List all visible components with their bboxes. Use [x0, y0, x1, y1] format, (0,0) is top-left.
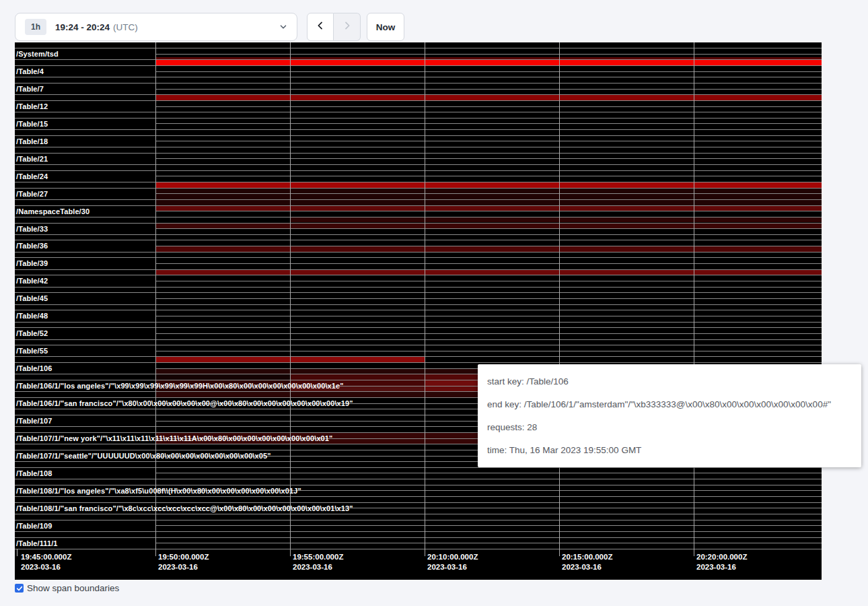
heat-band: [155, 269, 822, 275]
heat-band: [155, 94, 822, 100]
span-boundary-line: [155, 228, 822, 229]
time-range-selector[interactable]: 1h 19:24 - 20:24 (UTC): [15, 13, 297, 41]
span-boundary-line: [15, 94, 822, 95]
x-axis-time-label: 20:10:00.000Z: [427, 553, 478, 561]
span-boundary-line: [15, 234, 822, 235]
span-boundary-line: [15, 164, 822, 165]
span-boundary-line: [155, 525, 822, 526]
span-boundary-line: [15, 129, 822, 130]
span-boundary-line: [15, 287, 822, 288]
x-axis-time-label: 19:50:00.000Z: [158, 553, 209, 561]
span-boundary-line: [15, 485, 822, 485]
span-boundary-line: [15, 292, 822, 293]
span-boundary-line: [15, 77, 822, 77]
x-axis-date-label: 2023-03-16: [21, 563, 61, 571]
prev-time-button[interactable]: [307, 13, 334, 41]
span-boundary-line: [15, 531, 822, 532]
span-boundary-line: [15, 327, 822, 328]
time-range-text: 19:24 - 20:24: [55, 22, 110, 32]
axis-tick: [17, 549, 17, 556]
tooltip-start-key: start key: /Table/106: [487, 376, 852, 386]
time-grid-line: [155, 42, 156, 556]
row-label: /Table/42: [16, 277, 48, 285]
x-axis-date-label: 2023-03-16: [293, 563, 332, 571]
key-visualizer-page: 1h 19:24 - 20:24 (UTC) Now /System/tsd/T…: [0, 0, 868, 606]
span-boundary-line: [15, 153, 822, 154]
chevron-right-icon: [342, 20, 353, 34]
span-boundary-line: [15, 275, 822, 275]
row-label: /Table/33: [16, 225, 48, 234]
span-boundary-line: [15, 304, 822, 305]
heat-band: [155, 188, 822, 205]
span-boundary-line: [15, 182, 822, 182]
row-label: /Table/106: [16, 364, 52, 373]
x-axis-date-label: 2023-03-16: [427, 563, 467, 571]
span-boundary-line: [15, 537, 822, 538]
span-boundary-line: [15, 502, 822, 503]
span-boundary-line: [15, 112, 822, 112]
span-boundary-line: [15, 170, 822, 171]
span-boundary-line: [155, 54, 822, 55]
span-boundary-line: [15, 496, 822, 497]
span-boundary-line: [155, 263, 822, 264]
x-axis-time-label: 19:55:00.000Z: [293, 553, 343, 561]
row-label: /Table/7: [16, 85, 44, 94]
span-boundary-line: [15, 199, 822, 200]
span-boundary-line: [155, 351, 822, 351]
row-label: /Table/36: [16, 242, 48, 250]
row-label: /System/tsd: [16, 50, 59, 59]
heat-band: [155, 182, 822, 188]
row-label: /Table/15: [16, 120, 48, 129]
timezone-text: (UTC): [113, 22, 138, 32]
span-boundary-line: [15, 269, 822, 270]
heat-band: [155, 374, 290, 380]
span-boundary-line: [15, 549, 822, 549]
span-boundary-line: [15, 514, 822, 514]
span-boundary-line: [155, 123, 822, 124]
span-boundary-line: [15, 48, 822, 48]
time-nav-group: [307, 13, 361, 41]
heatmap-canvas[interactable]: /System/tsd/Table/4/Table/7/Table/12/Tab…: [15, 42, 822, 580]
x-axis-date-label: 2023-03-16: [696, 563, 736, 571]
time-grid-line: [694, 42, 694, 556]
span-boundary-line: [155, 246, 822, 246]
now-button[interactable]: Now: [367, 13, 404, 41]
row-label: /NamespaceTable/30: [16, 207, 89, 216]
row-label: /Table/106/1/"los angeles"/"\x99\x99\x99…: [16, 382, 344, 391]
checkmark-icon: [16, 582, 23, 595]
row-label: /Table/27: [16, 190, 48, 199]
span-boundary-line: [155, 106, 822, 107]
row-label: /Table/109: [16, 522, 52, 531]
show-span-boundaries-label: Show span boundaries: [27, 583, 119, 593]
span-boundary-line: [155, 71, 822, 72]
x-axis-date-label: 2023-03-16: [562, 563, 602, 571]
heat-band: [155, 205, 822, 211]
row-label: /Table/45: [16, 294, 48, 303]
span-boundary-line: [155, 176, 822, 176]
row-label: /Table/55: [16, 347, 48, 356]
x-axis-time-label: 19:45:00.000Z: [21, 553, 71, 561]
row-label: /Table/4: [16, 67, 44, 76]
show-span-boundaries-checkbox[interactable]: [15, 584, 24, 593]
next-time-button[interactable]: [334, 13, 361, 41]
span-boundary-line: [15, 479, 822, 479]
span-boundary-line: [15, 240, 822, 240]
row-label: /Table/12: [16, 102, 48, 111]
span-boundary-line: [155, 89, 822, 90]
row-label: /Table/107: [16, 417, 52, 426]
row-label: /Table/107/1/"new york"/"\x11\x11\x11\x1…: [16, 434, 332, 443]
span-boundary-line: [15, 147, 822, 147]
span-boundary-line: [15, 322, 822, 323]
heat-band: [155, 59, 822, 65]
span-tooltip: start key: /Table/106 end key: /Table/10…: [478, 364, 861, 467]
span-boundary-line: [15, 339, 822, 340]
heat-band: [425, 386, 478, 392]
heat-band: [155, 223, 822, 229]
span-boundary-line: [155, 193, 822, 194]
span-boundary-line: [155, 543, 822, 543]
row-label: /Table/108/1/"san francisco"/"\x8c\xcc\x…: [16, 504, 353, 513]
footer-row: Show span boundaries: [15, 583, 119, 593]
span-boundary-line: [15, 83, 822, 83]
span-boundary-line: [15, 135, 822, 136]
row-label: /Table/21: [16, 155, 48, 164]
